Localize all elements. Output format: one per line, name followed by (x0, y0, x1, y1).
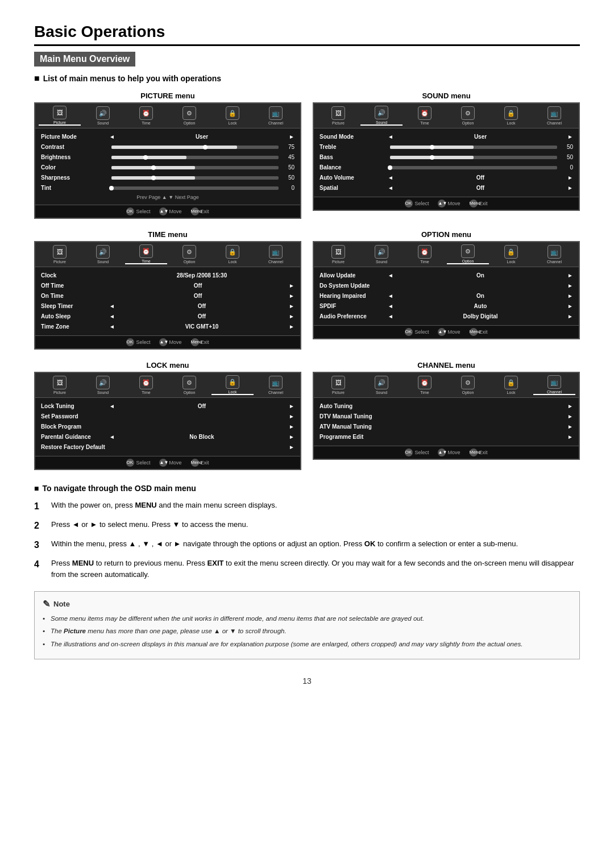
menu-row-lock-3: Parental Guidance◄No Block► (41, 432, 294, 442)
menu-tab-picture[interactable]: 🖼Picture (317, 376, 359, 394)
menu-tab-lock[interactable]: 🔒Lock (211, 375, 254, 395)
arrow-right-option-4[interactable]: ► (567, 313, 573, 321)
menu-tab-sound[interactable]: 🔊Sound (360, 245, 403, 264)
arrow-right-option-0[interactable]: ► (567, 272, 573, 280)
menu-tab-lock[interactable]: 🔒Lock (211, 245, 254, 264)
menu-tab-option[interactable]: ⚙Option (168, 245, 210, 264)
menu-tab-sound[interactable]: 🔊Sound (360, 376, 403, 394)
menu-tab-channel[interactable]: 📺Channel (533, 245, 575, 264)
menu-row-lock-2: Block Program► (41, 422, 294, 432)
arrow-left-lock-0[interactable]: ◄ (109, 402, 115, 410)
arrow-left-option-0[interactable]: ◄ (388, 272, 393, 280)
menu-tab-time[interactable]: ⏰Time (404, 106, 446, 125)
menu-tab-lock[interactable]: 🔒Lock (211, 106, 254, 125)
arrow-right-option-1[interactable]: ► (567, 282, 573, 290)
menu-tab-time[interactable]: ⏰Time (125, 244, 167, 264)
menu-tab-sound[interactable]: 🔊Sound (82, 376, 124, 394)
menu-tab-picture[interactable]: 🖼Picture (317, 245, 359, 264)
row-value-option-4: Dolby Digital (396, 313, 565, 321)
note-header: ✎ Note (43, 599, 571, 609)
arrow-right-time-2[interactable]: ► (289, 292, 294, 300)
arrow-left-sound-4[interactable]: ◄ (388, 174, 393, 182)
arrow-right-option-2[interactable]: ► (567, 292, 573, 300)
bar-fill-sound-2 (390, 156, 474, 159)
step-text-4: Press MENU to return to previous menu. P… (51, 558, 580, 580)
menu-tab-sound[interactable]: 🔊Sound (82, 106, 124, 125)
arrow-right-option-3[interactable]: ► (567, 302, 573, 310)
tab-label-picture: Picture (53, 260, 66, 264)
bar-dot-picture-2 (143, 155, 148, 160)
arrow-left-sound-0[interactable]: ◄ (388, 133, 393, 141)
arrow-right-sound-5[interactable]: ► (567, 184, 573, 192)
arrow-left-time-4[interactable]: ◄ (109, 313, 115, 321)
menu-tab-lock[interactable]: 🔒Lock (490, 245, 532, 264)
arrow-right-channel-1[interactable]: ► (567, 413, 573, 421)
arrow-right-lock-2[interactable]: ► (289, 423, 294, 431)
menu-tab-channel[interactable]: 📺Channel (533, 375, 575, 395)
menu-row-picture-0: Picture Mode◄User► (41, 132, 294, 142)
menu-tab-picture[interactable]: 🖼Picture (39, 106, 81, 126)
arrow-right-time-4[interactable]: ► (289, 313, 294, 321)
menu-tab-option[interactable]: ⚙Option (447, 106, 489, 125)
menu-tab-picture[interactable]: 🖼Picture (317, 106, 359, 125)
menu-tab-time[interactable]: ⏰Time (125, 376, 167, 394)
menu-tab-channel[interactable]: 📺Channel (255, 245, 297, 264)
arrow-left-picture-0[interactable]: ◄ (109, 133, 115, 141)
menu-tab-time[interactable]: ⏰Time (125, 106, 167, 125)
arrow-right-channel-2[interactable]: ► (567, 423, 573, 431)
arrow-left-option-4[interactable]: ◄ (388, 313, 393, 321)
tab-label-option: Option (462, 259, 474, 263)
arrow-left-sound-5[interactable]: ◄ (388, 184, 393, 192)
footer-btn-option-2: Menu (470, 328, 478, 336)
arrow-left-time-5[interactable]: ◄ (109, 323, 115, 331)
row-value-lock-3: No Block (117, 433, 287, 441)
bar-fill-picture-3 (111, 166, 195, 169)
menu-tab-sound[interactable]: 🔊Sound (360, 106, 403, 126)
row-label-time-1: Off Time (41, 282, 109, 290)
menu-tab-option[interactable]: ⚙Option (447, 244, 489, 264)
arrow-right-sound-0[interactable]: ► (567, 133, 573, 141)
footer-item-sound-2: Menu Exit (470, 200, 488, 207)
row-label-picture-5: Tint (41, 184, 109, 192)
tab-label-time: Time (420, 121, 429, 125)
menu-tab-time[interactable]: ⏰Time (404, 376, 446, 394)
menu-tab-lock[interactable]: 🔒Lock (490, 106, 532, 125)
arrow-right-lock-3[interactable]: ► (289, 433, 294, 441)
menu-tab-option[interactable]: ⚙Option (168, 106, 210, 125)
menu-tab-time[interactable]: ⏰Time (404, 245, 446, 264)
arrow-right-lock-0[interactable]: ► (289, 402, 294, 410)
menu-tab-sound[interactable]: 🔊Sound (82, 245, 124, 264)
row-label-option-0: Allow Update (320, 272, 388, 280)
arrow-right-channel-0[interactable]: ► (567, 402, 573, 410)
menu-tab-channel[interactable]: 📺Channel (533, 106, 575, 125)
arrow-left-option-3[interactable]: ◄ (388, 302, 393, 310)
menu-row-sound-3: Balance0 (320, 163, 573, 173)
arrow-right-lock-4[interactable]: ► (289, 443, 294, 451)
menu-tab-option[interactable]: ⚙Option (447, 376, 489, 394)
footer-item-sound-1: ▲▼ Move (438, 200, 460, 207)
arrow-left-option-2[interactable]: ◄ (388, 292, 393, 300)
footer-btn-time-0: OK (126, 338, 134, 346)
menu-tab-picture[interactable]: 🖼Picture (39, 376, 81, 394)
arrow-left-lock-3[interactable]: ◄ (109, 433, 115, 441)
step-num-4: 4 (34, 558, 45, 571)
arrow-left-time-3[interactable]: ◄ (109, 302, 115, 310)
menu-tab-channel[interactable]: 📺Channel (255, 376, 297, 394)
menu-tab-option[interactable]: ⚙Option (168, 376, 210, 394)
arrow-right-time-1[interactable]: ► (289, 282, 294, 290)
arrow-right-time-5[interactable]: ► (289, 323, 294, 331)
arrow-right-channel-3[interactable]: ► (567, 433, 573, 441)
tab-icon-option: ⚙ (182, 376, 196, 389)
menu-tab-channel[interactable]: 📺Channel (255, 106, 297, 125)
arrow-right-lock-1[interactable]: ► (289, 413, 294, 421)
arrow-right-picture-0[interactable]: ► (289, 133, 294, 141)
footer-btn-lock-1: ▲▼ (159, 459, 167, 467)
menu-icons-bar-channel: 🖼Picture🔊Sound⏰Time⚙Option🔒Lock📺Channel (314, 373, 579, 398)
menu-screen-option: 🖼Picture🔊Sound⏰Time⚙Option🔒Lock📺ChannelA… (313, 241, 580, 339)
menu-tab-picture[interactable]: 🖼Picture (39, 245, 81, 264)
bar-value-picture-2: 45 (283, 153, 294, 161)
arrow-right-sound-4[interactable]: ► (567, 174, 573, 182)
menu-row-sound-1: Treble50 (320, 142, 573, 152)
menu-tab-lock[interactable]: 🔒Lock (490, 376, 532, 394)
arrow-right-time-3[interactable]: ► (289, 302, 294, 310)
